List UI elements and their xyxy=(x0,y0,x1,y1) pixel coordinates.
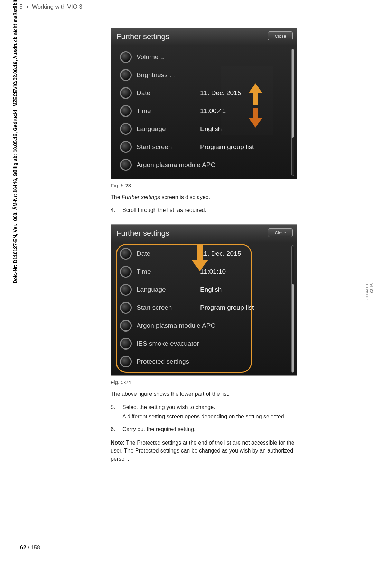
setting-label: Argon plasma module APC xyxy=(137,161,215,169)
paragraph: The above figure shows the lower part of… xyxy=(111,390,304,398)
setting-row-apc[interactable]: Argon plasma module APC xyxy=(114,317,297,335)
bullet-icon: • xyxy=(26,3,28,10)
annotation-arrow-icon xyxy=(190,245,209,272)
step-4: 4. Scroll through the list, as required. xyxy=(111,206,304,214)
step-number: 5. xyxy=(111,403,118,420)
doc-code-1: 80114-601 xyxy=(365,283,369,302)
setting-label: Language xyxy=(137,286,195,294)
document-code: 80114-601 03.16 xyxy=(365,283,374,302)
note-paragraph: Note: The Protected settings at the end … xyxy=(111,439,304,463)
radio-icon xyxy=(120,159,132,171)
screenshot-further-settings-bottom: Further settings Close Date 11. Dec. 201… xyxy=(111,224,297,376)
scrollbar[interactable] xyxy=(291,49,294,176)
page-total: 158 xyxy=(31,544,40,550)
step-number: 4. xyxy=(111,206,118,214)
radio-icon xyxy=(120,123,132,135)
radio-icon xyxy=(120,284,132,296)
setting-row-language[interactable]: Language English xyxy=(114,281,297,299)
doc-code-2: 03.16 xyxy=(370,283,374,293)
chapter-number: 5 xyxy=(19,3,22,10)
scrollbar-thumb[interactable] xyxy=(292,284,294,372)
step-text: Carry out the required setting. xyxy=(122,425,196,433)
header-divider xyxy=(17,13,364,13)
radio-icon xyxy=(120,87,132,99)
figure-caption: Fig. 5-24 xyxy=(111,379,304,385)
step-text: Select the setting you wish to change. A… xyxy=(122,403,286,420)
setting-label: Language xyxy=(137,125,195,133)
radio-icon xyxy=(120,302,132,314)
setting-label: Start screen xyxy=(137,143,195,151)
chapter-header: 5 • Working with VIO 3 xyxy=(19,3,82,10)
setting-label: Time xyxy=(137,268,195,276)
page-sep: / xyxy=(26,544,31,550)
step-number: 6. xyxy=(111,425,118,433)
document-side-note: Dok.-Nr: D110127-EN, Ver.: 000, ÄM-Nr: 1… xyxy=(12,0,18,283)
setting-label: Brightness ... xyxy=(137,71,195,79)
page-current: 62 xyxy=(20,544,26,550)
screenshot-further-settings-top: Further settings Close Volume ... Bright… xyxy=(111,28,297,179)
radio-icon xyxy=(120,320,132,332)
setting-row-volume[interactable]: Volume ... xyxy=(114,48,297,66)
chapter-title: Working with VIO 3 xyxy=(32,3,82,10)
panel-body: Volume ... Brightness ... Date 11. Dec. … xyxy=(111,45,297,179)
panel-title: Further settings xyxy=(116,32,169,41)
setting-value: Program group list xyxy=(200,304,254,311)
radio-icon xyxy=(120,141,132,153)
figure-caption: Fig. 5-23 xyxy=(111,183,304,188)
setting-value: English xyxy=(200,125,222,133)
step-5: 5. Select the setting you wish to change… xyxy=(111,403,304,420)
radio-icon xyxy=(120,105,132,117)
panel-title: Further settings xyxy=(116,229,169,238)
close-button-label: Close xyxy=(274,34,286,39)
setting-label: Start screen xyxy=(137,304,195,311)
close-button[interactable]: Close xyxy=(268,228,293,237)
radio-icon xyxy=(120,338,132,350)
setting-label: Argon plasma module APC xyxy=(137,322,215,329)
scroll-arrow-icon xyxy=(247,83,264,128)
step-subtext: A different setting screen opens dependi… xyxy=(122,412,286,420)
close-button[interactable]: Close xyxy=(268,31,293,40)
radio-icon xyxy=(120,51,132,63)
title-bar: Further settings Close xyxy=(111,28,297,45)
step-6: 6. Carry out the required setting. xyxy=(111,425,304,433)
radio-icon xyxy=(120,266,132,278)
setting-label: Date xyxy=(137,250,195,258)
scrollbar-thumb[interactable] xyxy=(292,49,294,138)
radio-icon xyxy=(120,69,132,81)
setting-row-startscreen[interactable]: Start screen Program group list xyxy=(114,299,297,317)
page-number: 62 / 158 xyxy=(20,544,40,551)
setting-value: Program group list xyxy=(200,143,254,151)
paragraph: The Further settings screen is displayed… xyxy=(111,193,304,201)
setting-label: Protected settings xyxy=(137,358,195,365)
radio-icon xyxy=(120,248,132,260)
radio-icon xyxy=(120,356,132,367)
setting-label: Date xyxy=(137,89,195,97)
setting-row-startscreen[interactable]: Start screen Program group list xyxy=(114,138,297,156)
main-content: Further settings Close Volume ... Bright… xyxy=(111,28,304,463)
setting-row-ies[interactable]: IES smoke evacuator xyxy=(114,335,297,353)
setting-label: Volume ... xyxy=(137,53,195,61)
setting-label: Time xyxy=(137,107,195,115)
title-bar: Further settings Close xyxy=(111,225,297,242)
close-button-label: Close xyxy=(274,230,286,235)
setting-row-protected[interactable]: Protected settings xyxy=(114,353,297,371)
setting-value: English xyxy=(200,286,222,294)
setting-label: IES smoke evacuator xyxy=(137,340,199,347)
scrollbar[interactable] xyxy=(291,245,294,373)
setting-row-apc[interactable]: Argon plasma module APC xyxy=(114,156,297,174)
step-text: Scroll through the list, as required. xyxy=(122,206,206,214)
